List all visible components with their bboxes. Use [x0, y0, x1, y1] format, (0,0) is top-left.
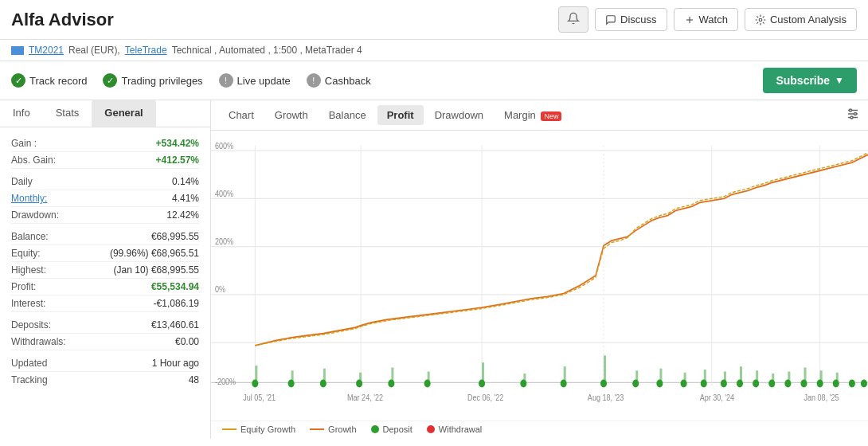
svg-point-59 [424, 380, 431, 388]
watch-button[interactable]: Watch [674, 8, 738, 31]
equity-value: (99.96%) €68,965.51 [110, 248, 199, 259]
gain-label: Gain : [11, 138, 37, 149]
discuss-button[interactable]: Discuss [595, 8, 667, 31]
new-badge: New [541, 111, 561, 121]
abs-gain-value: +412.57% [156, 155, 199, 166]
highest-value: (Jan 10) €68,995.55 [114, 264, 199, 276]
svg-text:Jan 08, '25: Jan 08, '25 [804, 393, 839, 402]
gain-value: +534.42% [156, 138, 199, 149]
trading-privileges-label: Trading privileges [121, 75, 202, 87]
growth-line [310, 428, 324, 430]
svg-point-76 [849, 380, 855, 388]
custom-analysis-label: Custom Analysis [770, 14, 846, 25]
svg-point-57 [356, 380, 362, 388]
left-panel: Info Stats General Gain : +534.42% Abs. … [0, 100, 211, 439]
chart-settings-button[interactable] [846, 107, 860, 123]
bell-button[interactable] [558, 6, 588, 33]
svg-rect-37 [428, 371, 430, 380]
tab-chart[interactable]: Chart [219, 105, 264, 125]
svg-point-77 [861, 380, 867, 388]
badges-row: ✓ Track record ✓ Trading privileges ! Li… [0, 61, 868, 100]
svg-point-55 [288, 380, 295, 388]
equity-label: Equity: [11, 248, 41, 259]
svg-point-71 [768, 380, 775, 388]
equity-row: Equity: (99.96%) €68,965.51 [11, 245, 199, 262]
svg-point-62 [561, 380, 567, 388]
legend-deposit: Deposit [371, 424, 412, 434]
profit-value: €55,534.94 [151, 281, 199, 292]
svg-rect-51 [804, 367, 807, 380]
svg-point-75 [833, 380, 839, 388]
svg-point-56 [320, 380, 326, 388]
account-details: Technical , Automated , 1:500 , MetaTrad… [172, 45, 362, 56]
svg-rect-46 [724, 371, 726, 380]
svg-point-58 [388, 380, 394, 388]
account-link[interactable]: TM2021 [29, 45, 64, 56]
daily-label: Daily [11, 176, 33, 187]
broker-link[interactable]: TeleTrade [125, 45, 167, 56]
svg-rect-35 [359, 373, 362, 381]
page-title: Alfa Advisor [11, 10, 114, 30]
tracking-value: 48 [189, 374, 199, 385]
tab-growth[interactable]: Growth [265, 105, 318, 125]
cashback-label: Cashback [325, 75, 371, 87]
svg-text:Apr 30, '24: Apr 30, '24 [700, 393, 735, 402]
deposit-dot [371, 425, 379, 433]
monthly-value: 4.41% [172, 193, 199, 204]
svg-rect-49 [772, 374, 774, 381]
abs-gain-label: Abs. Gain: [11, 155, 56, 166]
svg-rect-36 [391, 367, 393, 380]
live-update-label: Live update [237, 75, 291, 87]
tab-profit[interactable]: Profit [377, 105, 424, 125]
svg-rect-50 [788, 371, 790, 380]
profit-row: Profit: €55,534.94 [11, 279, 199, 295]
legend-equity-growth: Equity Growth [222, 424, 295, 434]
svg-rect-33 [291, 370, 294, 381]
subscribe-button[interactable]: Subscribe ▼ [763, 68, 857, 93]
updated-row: Updated 1 Hour ago [11, 355, 199, 372]
svg-point-65 [656, 380, 663, 388]
svg-rect-38 [482, 362, 484, 381]
svg-point-2 [759, 18, 762, 22]
monthly-label: Monthly: [11, 193, 47, 204]
track-record-label: Track record [29, 75, 87, 87]
svg-rect-32 [255, 366, 257, 381]
tab-balance[interactable]: Balance [319, 105, 376, 125]
custom-analysis-button[interactable]: Custom Analysis [745, 8, 857, 31]
svg-rect-44 [684, 373, 686, 381]
svg-rect-41 [604, 355, 606, 380]
chart-svg: 600% 400% 200% 0% -200% Jul 05, '21 Mar … [211, 131, 868, 421]
header: Alfa Advisor Discuss Watch Custom Analys… [0, 0, 868, 40]
live-update-icon: ! [219, 73, 233, 88]
sub-header: TM2021 Real (EUR), TeleTrade Technical ,… [0, 40, 868, 61]
account-type: Real (EUR), [68, 45, 120, 56]
daily-row: Daily 0.14% [11, 174, 199, 190]
discuss-label: Discuss [620, 14, 657, 25]
svg-rect-48 [756, 370, 758, 381]
svg-rect-52 [820, 370, 823, 381]
withdrawals-row: Withdrawals: €0.00 [11, 334, 199, 350]
tab-general[interactable]: General [92, 100, 155, 127]
trading-privileges-badge: ✓ Trading privileges [103, 73, 202, 88]
balance-value: €68,995.55 [151, 231, 199, 242]
deposits-row: Deposits: €13,460.61 [11, 317, 199, 334]
svg-point-73 [800, 380, 807, 388]
balance-label: Balance: [11, 231, 49, 242]
svg-point-63 [600, 380, 607, 388]
balance-row: Balance: €68,995.55 [11, 229, 199, 245]
tab-margin[interactable]: Margin New [495, 105, 571, 125]
tab-info[interactable]: Info [0, 100, 43, 127]
svg-text:0%: 0% [215, 284, 225, 294]
interest-label: Interest: [11, 298, 45, 309]
deposit-label: Deposit [383, 424, 412, 434]
withdrawal-dot [427, 425, 435, 433]
svg-text:600%: 600% [215, 141, 233, 151]
drawdown-value: 12.42% [166, 209, 199, 221]
monthly-row: Monthly: 4.41% [11, 190, 199, 207]
withdrawals-value: €0.00 [175, 336, 199, 347]
tab-stats[interactable]: Stats [43, 100, 92, 127]
tracking-row: Tracking 48 [11, 372, 199, 388]
tab-drawdown[interactable]: Drawdown [425, 105, 493, 125]
withdrawal-label: Withdrawal [439, 424, 482, 434]
main-content: Info Stats General Gain : +534.42% Abs. … [0, 100, 868, 439]
